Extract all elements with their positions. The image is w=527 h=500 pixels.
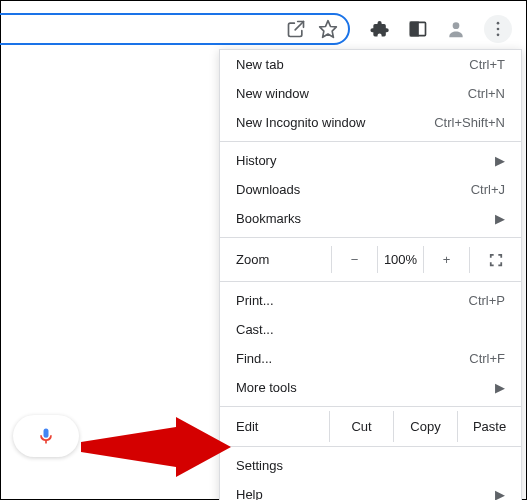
svg-point-4 [497,22,500,25]
chrome-main-menu: New tab Ctrl+T New window Ctrl+N New Inc… [219,49,522,500]
menu-new-window[interactable]: New window Ctrl+N [220,79,521,108]
svg-marker-7 [81,417,231,477]
menu-find[interactable]: Find... Ctrl+F [220,344,521,373]
zoom-value: 100% [377,246,423,273]
menu-separator [220,406,521,407]
menu-cast[interactable]: Cast... [220,315,521,344]
menu-new-incognito[interactable]: New Incognito window Ctrl+Shift+N [220,108,521,137]
menu-shortcut: Ctrl+T [469,57,505,72]
menu-help[interactable]: Help ▶ [220,480,521,500]
menu-label: Help [236,487,263,500]
menu-label: Find... [236,351,272,366]
menu-label: New tab [236,57,284,72]
svg-point-6 [497,34,500,37]
fullscreen-button[interactable] [469,247,521,273]
menu-print[interactable]: Print... Ctrl+P [220,286,521,315]
menu-separator [220,237,521,238]
zoom-in-button[interactable]: + [423,246,469,273]
star-icon[interactable] [318,19,338,39]
svg-point-5 [497,28,500,31]
profile-icon[interactable] [446,19,466,39]
menu-more-tools[interactable]: More tools ▶ [220,373,521,402]
menu-label: Zoom [236,252,331,267]
menu-shortcut: Ctrl+N [468,86,505,101]
svg-rect-2 [411,22,419,35]
zoom-out-button[interactable]: − [331,246,377,273]
menu-history[interactable]: History ▶ [220,146,521,175]
menu-shortcut: Ctrl+P [469,293,505,308]
svg-marker-0 [320,21,337,38]
menu-shortcut: Ctrl+J [471,182,505,197]
menu-label: Cast... [236,322,274,337]
edit-paste-button[interactable]: Paste [457,411,521,442]
menu-edit-row: Edit Cut Copy Paste [220,411,521,442]
menu-label: Print... [236,293,274,308]
edit-copy-button[interactable]: Copy [393,411,457,442]
menu-label: Edit [236,411,329,442]
menu-shortcut: Ctrl+Shift+N [434,115,505,130]
share-icon[interactable] [286,19,306,39]
more-vertical-icon [488,19,508,39]
annotation-arrow [81,417,231,477]
menu-settings[interactable]: Settings [220,451,521,480]
submenu-arrow-icon: ▶ [495,153,505,168]
menu-label: Bookmarks [236,211,301,226]
address-bar[interactable] [0,13,350,45]
menu-bookmarks[interactable]: Bookmarks ▶ [220,204,521,233]
submenu-arrow-icon: ▶ [495,380,505,395]
more-menu-button[interactable] [484,15,512,43]
svg-point-3 [453,22,460,29]
menu-label: Settings [236,458,283,473]
window-frame: New tab Ctrl+T New window Ctrl+N New Inc… [0,0,527,500]
edit-cut-button[interactable]: Cut [329,411,393,442]
menu-separator [220,281,521,282]
extensions-icon[interactable] [370,19,390,39]
menu-label: History [236,153,276,168]
menu-zoom-row: Zoom − 100% + [220,242,521,277]
menu-separator [220,446,521,447]
menu-label: More tools [236,380,297,395]
menu-shortcut: Ctrl+F [469,351,505,366]
mic-icon [36,426,56,446]
menu-downloads[interactable]: Downloads Ctrl+J [220,175,521,204]
menu-label: Downloads [236,182,300,197]
menu-new-tab[interactable]: New tab Ctrl+T [220,50,521,79]
browser-toolbar [1,7,520,41]
voice-search-button[interactable] [13,415,79,457]
menu-label: New Incognito window [236,115,365,130]
menu-separator [220,141,521,142]
sidepanel-icon[interactable] [408,19,428,39]
menu-label: New window [236,86,309,101]
submenu-arrow-icon: ▶ [495,211,505,226]
submenu-arrow-icon: ▶ [495,487,505,500]
